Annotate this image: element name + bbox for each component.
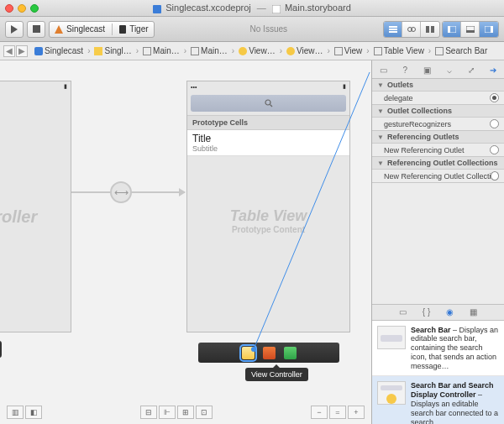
view-icon [334, 47, 343, 55]
project-filename: Singlecast.xcodeproj [165, 3, 251, 13]
storyboard-icon [191, 47, 199, 55]
crumb-label: Singlecast [45, 46, 83, 55]
view-controller-dock-icon[interactable] [242, 347, 255, 359]
scene-view-controller[interactable]: •••▮ Prototype Cells Title Subtitle Tabl… [186, 81, 350, 332]
svg-rect-7 [389, 29, 397, 30]
jump-back-button[interactable]: ◀ [3, 45, 15, 57]
jump-crumb[interactable]: Search Bar [435, 46, 494, 55]
outlet-row[interactable]: New Referencing Outlet Collection [372, 170, 504, 182]
zoom-in-button[interactable]: + [348, 406, 365, 419]
zoom-out-button[interactable]: − [311, 406, 328, 419]
prototype-cell[interactable]: Title Subtitle [187, 130, 349, 155]
search-bar[interactable] [191, 95, 346, 112]
scene-label: n Controller [0, 341, 2, 358]
outlet-port[interactable] [490, 93, 499, 102]
jump-crumb[interactable]: Table View [374, 46, 434, 55]
tableview-watermark: Table View Prototype Content [187, 207, 349, 234]
svg-rect-18 [491, 26, 493, 33]
canvas-bottom-toolbar: ▥ ◧ ⊟ ⊩ ⊞ ⊡ − = + [0, 406, 371, 419]
outlet-port[interactable] [490, 119, 499, 128]
outlet-row[interactable]: delegate [372, 92, 504, 104]
scene-watermark: n Controller [0, 207, 71, 227]
align-button[interactable]: ⊟ [140, 406, 157, 419]
edited-filename: Main.storyboard [285, 3, 351, 13]
first-responder-dock-icon[interactable] [263, 347, 276, 359]
window-titlebar: Singlecast.xcodeproj — Main.storyboard [0, 0, 504, 17]
scheme-app-label: Singlecast [66, 24, 105, 34]
jump-crumb[interactable]: Singl… [94, 46, 141, 55]
run-button[interactable] [5, 21, 24, 38]
section-title: Outlet Collections [387, 107, 499, 115]
project-icon [34, 47, 43, 55]
file-template-library-tab[interactable]: ▭ [397, 306, 409, 318]
object-library-tab[interactable]: ◉ [444, 306, 456, 318]
crumb-label: View [344, 46, 363, 55]
attributes-inspector-tab[interactable]: ⌵ [444, 65, 455, 76]
close-window-button[interactable] [5, 4, 13, 13]
scene-dock [198, 343, 339, 363]
connections-inspector-tab[interactable]: ➔ [487, 65, 499, 76]
media-library-tab[interactable]: ▦ [468, 306, 480, 318]
toggle-utilities-button[interactable] [480, 22, 498, 37]
search-icon [265, 99, 273, 107]
exit-dock-icon[interactable] [284, 347, 297, 359]
scene-icon [286, 47, 295, 55]
jump-crumb[interactable]: View… [286, 46, 333, 55]
jump-crumb[interactable]: View… [239, 46, 285, 55]
code-snippet-library-tab[interactable]: { } [421, 306, 433, 318]
storyboard-icon [272, 5, 281, 13]
jump-crumb[interactable]: Main… [191, 46, 237, 55]
svg-line-20 [270, 105, 272, 107]
crumb-label: Singl… [104, 46, 131, 55]
view-panels-segmented[interactable] [442, 21, 499, 38]
library-item-title: Search Bar [411, 326, 451, 334]
resizing-button[interactable]: ⊡ [196, 406, 213, 419]
toggle-navigator-button[interactable] [443, 22, 461, 37]
crumb-label: Main… [201, 46, 228, 55]
library-item-search-bar[interactable]: Search Bar – Displays an editable search… [372, 321, 504, 377]
jump-bar: ◀ ▶ Singlecast Singl… Main… Main… View… … [0, 42, 504, 60]
battery-icon: ▮ [343, 83, 346, 90]
size-inspector-tab[interactable]: ⤢ [465, 65, 477, 76]
library-item-search-display-controller[interactable]: Search Bar and Search Display Controller… [372, 376, 504, 424]
canvas-config-button[interactable]: ◧ [25, 406, 42, 419]
outlet-row[interactable]: New Referencing Outlet [372, 144, 504, 156]
scheme-selector[interactable]: Singlecast Tiger [49, 21, 155, 38]
version-editor-button[interactable] [421, 22, 439, 37]
zoom-actual-button[interactable]: = [329, 406, 346, 419]
outlet-name: New Referencing Outlet Collection [384, 172, 491, 181]
svg-rect-6 [389, 26, 397, 28]
jump-crumb[interactable]: Main… [143, 46, 189, 55]
zoom-window-button[interactable] [30, 4, 39, 13]
segue[interactable]: ⟷ [71, 181, 185, 203]
jump-crumb[interactable]: Singlecast [34, 46, 92, 55]
svg-rect-12 [431, 26, 434, 33]
identity-inspector-tab[interactable]: ▣ [421, 65, 433, 76]
crumb-label: Table View [384, 46, 424, 55]
jump-crumb[interactable]: View [334, 46, 372, 55]
referencing-outlets-section: ▼Referencing Outlets New Referencing Out… [372, 131, 504, 157]
file-inspector-tab[interactable]: ▭ [377, 65, 389, 76]
interface-builder-canvas[interactable]: •••▮ n Controller n Controller ⟷ •••▮ Pr… [0, 60, 371, 424]
section-title: Outlets [387, 81, 499, 89]
crumb-label: Main… [153, 46, 180, 55]
cell-subtitle-label: Subtitle [192, 144, 344, 153]
editor-mode-segmented[interactable] [383, 21, 440, 38]
stop-button[interactable] [27, 21, 45, 38]
outlet-port[interactable] [491, 171, 499, 181]
minimize-window-button[interactable] [18, 4, 26, 13]
scene-navigation-controller[interactable]: •••▮ n Controller [0, 81, 71, 332]
quick-help-tab[interactable]: ? [399, 65, 411, 76]
assistant-editor-button[interactable] [402, 22, 421, 37]
cell-title-label: Title [192, 133, 344, 144]
outlet-name: gestureRecognizers [384, 120, 451, 128]
toggle-debug-button[interactable] [461, 22, 480, 37]
jump-forward-button[interactable]: ▶ [16, 45, 28, 57]
standard-editor-button[interactable] [384, 22, 402, 37]
window-title: Singlecast.xcodeproj — Main.storyboard [0, 3, 504, 13]
resolve-issues-button[interactable]: ⊞ [177, 406, 194, 419]
outlet-row[interactable]: gestureRecognizers [372, 118, 504, 130]
pin-button[interactable]: ⊩ [159, 406, 176, 419]
document-outline-toggle[interactable]: ▥ [7, 406, 24, 419]
outlet-port[interactable] [490, 145, 499, 154]
